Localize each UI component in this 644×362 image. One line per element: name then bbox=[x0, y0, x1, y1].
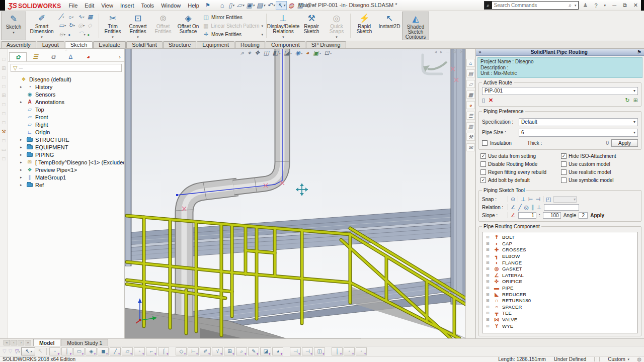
tool-button[interactable]: ✐ bbox=[200, 347, 211, 355]
snap-dropdown[interactable]: ▾ bbox=[553, 196, 577, 203]
assembly-tool-icon[interactable]: □ bbox=[2, 138, 5, 143]
active-route-dropdown[interactable]: PIP-001 ▾ bbox=[482, 87, 638, 95]
tree-item-equipment[interactable]: ▸ EQUIPMENT bbox=[8, 143, 124, 151]
expand-plus-icon[interactable]: ⊞ bbox=[486, 235, 491, 239]
search-icon[interactable]: ⌕ bbox=[567, 2, 573, 9]
file-explorer-button[interactable]: ▱ bbox=[466, 80, 475, 88]
prev-tab-arrow[interactable]: ‹ bbox=[11, 340, 17, 345]
pattern-tool-button[interactable]: ▦ bbox=[88, 14, 96, 20]
last-tab-arrow[interactable]: » bbox=[25, 340, 31, 345]
expand-plus-icon[interactable]: ⊞ bbox=[486, 305, 491, 309]
instant2d-button[interactable]: ↖ Instant2D bbox=[377, 12, 402, 40]
restore-button[interactable]: ⧉ bbox=[621, 2, 629, 9]
model-tab[interactable]: Model bbox=[33, 339, 60, 346]
task-home-button[interactable]: ⌂ bbox=[466, 59, 475, 67]
units-selector[interactable]: Custom ▾ bbox=[608, 356, 629, 362]
insulation-apply-button[interactable]: Apply bbox=[611, 139, 638, 147]
trim-entities-button[interactable]: ✂ Trim Entities ▾ bbox=[100, 12, 125, 40]
tab-display-manager[interactable]: ◕ bbox=[79, 52, 97, 61]
export-route-button[interactable]: ⊞ bbox=[633, 97, 638, 104]
search-input[interactable] bbox=[492, 3, 567, 8]
tool-button[interactable]: ⊣ bbox=[290, 347, 301, 355]
snap-end-button[interactable]: ⊣ bbox=[535, 196, 540, 203]
option-use-data-from-setting[interactable]: ✓Use data from setting bbox=[480, 153, 559, 159]
expand-arrow-icon[interactable]: ▸ bbox=[20, 175, 24, 179]
component-valve[interactable]: ⊞⋈VALVE bbox=[484, 316, 637, 323]
hide-show-items-button[interactable]: ◉▾ bbox=[295, 49, 303, 56]
edit-component-icon[interactable]: ⚒ bbox=[2, 129, 6, 134]
print3d-button[interactable]: ▥ bbox=[466, 122, 475, 130]
spline-tool-button[interactable]: ∿▾ bbox=[78, 14, 87, 20]
expand-plus-icon[interactable]: ⊞ bbox=[486, 298, 491, 303]
expand-arrow-icon[interactable]: ▸ bbox=[20, 85, 24, 89]
next-tab-arrow[interactable]: › bbox=[18, 340, 24, 345]
slot-tool-button[interactable]: ⊖▾ bbox=[59, 31, 67, 38]
assembly-tool-icon[interactable]: □ bbox=[2, 102, 5, 107]
tree-item-top-plane[interactable]: ▱ Top bbox=[8, 106, 124, 113]
select-tool-button[interactable]: ↖▾ bbox=[276, 1, 286, 10]
tab-routing[interactable]: Routing bbox=[235, 41, 265, 48]
tool-button[interactable]: ⊞ bbox=[224, 347, 235, 355]
expand-arrow-icon[interactable]: ▸ bbox=[20, 168, 24, 172]
tags-icon[interactable]: ◍ bbox=[637, 356, 641, 362]
window-minimize-button[interactable]: ─ bbox=[446, 49, 449, 55]
pipe-size-dropdown[interactable]: 6 ▾ bbox=[519, 129, 638, 137]
repair-sketch-button[interactable]: ⚒ Repair Sketch bbox=[299, 12, 324, 40]
tree-item-right-plane[interactable]: ▱ Right bbox=[8, 121, 124, 128]
menu-help[interactable]: Help bbox=[184, 1, 203, 10]
view-orientation-button[interactable]: ◧▾ bbox=[273, 49, 280, 56]
line-tool-button[interactable]: ╱▾ bbox=[59, 14, 67, 20]
component-bolt[interactable]: ⊞ŦBOLT bbox=[484, 234, 637, 241]
checkbox[interactable]: ✓ bbox=[480, 177, 486, 183]
option-add-bolt[interactable]: ✓Add bolt by default bbox=[480, 177, 559, 183]
help-chevron-icon[interactable]: ▾ bbox=[602, 4, 608, 8]
tool-button[interactable]: ▱ bbox=[122, 347, 133, 355]
view-palette-button[interactable]: ▦ bbox=[466, 90, 475, 99]
filter-active-button[interactable]: ▽▾ bbox=[14, 348, 20, 354]
search-scope-icon[interactable]: ⌕ bbox=[485, 2, 492, 9]
display-style-button[interactable]: ◪▾ bbox=[284, 49, 291, 56]
polygon-tool-button[interactable]: ◇ bbox=[88, 22, 96, 29]
snap-grid-button[interactable]: ◰ bbox=[546, 196, 551, 203]
tool-button[interactable]: ⊢ bbox=[188, 347, 199, 355]
tool-button[interactable]: ◪ bbox=[260, 347, 271, 355]
component-cap[interactable]: ⊞◗CAP bbox=[484, 240, 637, 247]
option-use-realistic-model[interactable]: Use realistic model bbox=[561, 169, 639, 175]
component-return180[interactable]: ⊞∩RETURN180 bbox=[484, 297, 637, 304]
expand-arrow-icon[interactable]: ▸ bbox=[20, 138, 24, 142]
tree-filter-box[interactable]: ▽ ─ bbox=[11, 64, 122, 72]
assembly-tool-icon[interactable]: □ bbox=[2, 75, 5, 80]
checkbox[interactable] bbox=[480, 169, 486, 175]
more-tabs-arrow[interactable]: › bbox=[116, 54, 123, 60]
expand-arrow-icon[interactable]: ▸ bbox=[20, 183, 24, 187]
search-chevron-icon[interactable]: ▾ bbox=[573, 4, 578, 8]
assembly-tool-icon[interactable]: ⊞ bbox=[2, 93, 6, 98]
slope-apply-button[interactable]: Apply bbox=[590, 213, 604, 218]
option-use-custom-model[interactable]: Use custom model bbox=[561, 161, 639, 167]
assembly-tool-icon[interactable]: □ bbox=[2, 120, 5, 125]
tab-configurations[interactable]: ⧉ bbox=[44, 52, 62, 61]
help-icon[interactable]: ? bbox=[592, 3, 599, 9]
expand-arrow-icon[interactable]: ▸ bbox=[20, 145, 24, 149]
graphics-viewport[interactable]: ⌕ ⌖ ❖ ◫ ◧▾ ◪▾ ◉▾ ◕ ▣▾ ⊡▾ ◂ ▸ ─ ⧉ ✕ bbox=[125, 49, 465, 338]
window-close-button[interactable]: ✕ bbox=[459, 49, 463, 55]
expand-plus-icon[interactable]: ⊞ bbox=[486, 324, 491, 328]
option-regen-fitting[interactable]: Regen fitting every rebuild bbox=[480, 169, 559, 175]
tool-button[interactable]: ◫ bbox=[314, 347, 325, 355]
tab-dimxpert[interactable]: ∆ bbox=[62, 52, 79, 61]
refresh-route-button[interactable]: ↻ bbox=[625, 97, 630, 104]
tab-property-manager[interactable]: ☰ bbox=[27, 52, 44, 61]
expand-plus-icon[interactable]: ⊞ bbox=[486, 266, 491, 271]
tool-button[interactable]: ◦ bbox=[344, 347, 355, 355]
filter-disabled-icon[interactable]: ▽ bbox=[8, 348, 13, 354]
menu-insert[interactable]: Insert bbox=[117, 1, 138, 10]
menu-window[interactable]: Window bbox=[157, 1, 184, 10]
pin-menu-icon[interactable]: ⚑ bbox=[203, 2, 213, 9]
design-library-button[interactable]: ▤ bbox=[466, 69, 475, 77]
file-properties-button[interactable]: ▥ bbox=[296, 1, 305, 10]
expand-plus-icon[interactable]: ⊞ bbox=[486, 286, 491, 290]
tool-button[interactable]: │ bbox=[332, 347, 343, 355]
tool-button[interactable]: ⌠ bbox=[158, 347, 169, 355]
previous-view-button[interactable]: ❖ bbox=[255, 49, 260, 56]
expand-arrow-icon[interactable]: ▸ bbox=[20, 153, 24, 157]
